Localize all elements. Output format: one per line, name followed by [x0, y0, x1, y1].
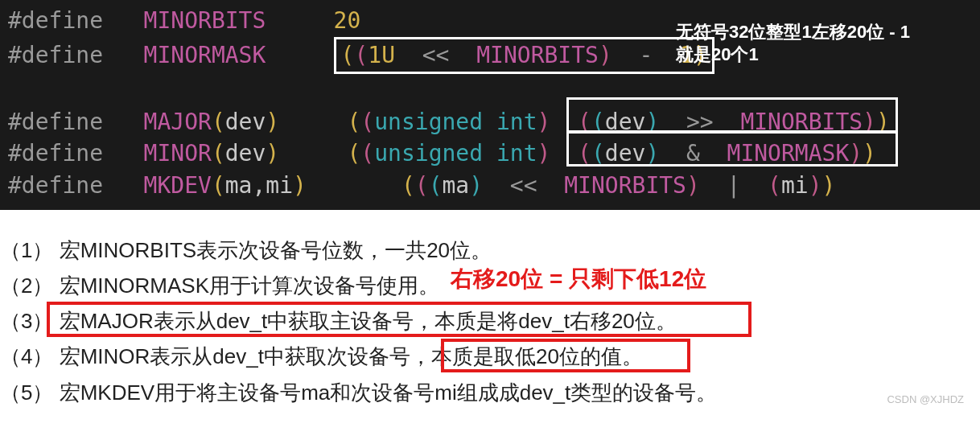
annotation-line-1: 无符号32位整型1左移20位 - 1	[676, 21, 957, 43]
preproc-define: #define	[8, 42, 103, 68]
arg-mi: mi	[781, 172, 809, 199]
type-unsigned-int: unsigned int	[374, 140, 537, 166]
arg-dev: dev	[605, 109, 646, 135]
macro-value: 20	[334, 7, 361, 34]
op-and: &	[686, 140, 700, 166]
annotation-line-2: 就是20个1	[676, 43, 957, 66]
macro-name: MKDEV	[144, 172, 212, 199]
notes-section: （1） 宏MINORBITS表示次设备号位数，一共20位。 （2） 宏MINOR…	[0, 210, 980, 410]
annotation-rightshift: 右移20位 = 只剩下低12位	[451, 260, 706, 298]
op-leftshift: <<	[422, 42, 450, 68]
literal-1u: 1U	[368, 42, 395, 68]
arg-dev: dev	[225, 109, 266, 135]
note-3: （3） 宏MAJOR表示从dev_t中获取主设备号，本质是将dev_t右移20位…	[0, 303, 980, 339]
note-4: （4） 宏MINOR表示从dev_t中获取次设备号，本质是取低20位的值。	[0, 339, 980, 374]
preproc-define: #define	[8, 7, 103, 34]
arg-dev: dev	[605, 140, 646, 166]
macro-ref: MINORBITS	[476, 42, 599, 68]
macro-ref: MINORBITS	[564, 172, 686, 199]
watermark: CSDN @XJHDZ	[887, 391, 964, 409]
code-block: #define MINORBITS 20 #define MINORMASK (…	[0, 0, 980, 210]
arg-dev: dev	[225, 140, 266, 166]
annotation-minormask: 无符号32位整型1左移20位 - 1 就是20个1	[676, 21, 957, 65]
preproc-define: #define	[8, 109, 103, 135]
macro-ref: MINORMASK	[727, 140, 850, 166]
highlight-box-minormask: ((1U << MINORBITS) - 1)	[334, 37, 714, 74]
op-minus: -	[640, 42, 653, 68]
code-line-3: #define MAJOR(dev) ((unsigned int) ((dev…	[8, 106, 972, 138]
op-rightshift: >>	[686, 109, 714, 135]
macro-name: MAJOR	[144, 109, 212, 135]
macro-name: MINORMASK	[144, 42, 266, 68]
op-or: |	[727, 172, 741, 199]
op-leftshift: <<	[510, 172, 537, 199]
macro-ref: MINORBITS	[740, 109, 863, 135]
code-line-5: #define MKDEV(ma,mi) (((ma) << MINORBITS…	[8, 170, 972, 202]
arg-ma: ma	[443, 172, 470, 199]
code-line-4: #define MINOR(dev) ((unsigned int) ((dev…	[8, 138, 972, 170]
type-unsigned-int: unsigned int	[374, 109, 537, 135]
args-ma-mi: ma,mi	[225, 172, 293, 199]
macro-name: MINORBITS	[144, 7, 266, 34]
note-5: （5） 宏MKDEV用于将主设备号ma和次设备号mi组成成dev_t类型的设备号…	[0, 375, 980, 410]
preproc-define: #define	[8, 172, 103, 199]
preproc-define: #define	[8, 140, 103, 166]
macro-name: MINOR	[144, 140, 212, 166]
